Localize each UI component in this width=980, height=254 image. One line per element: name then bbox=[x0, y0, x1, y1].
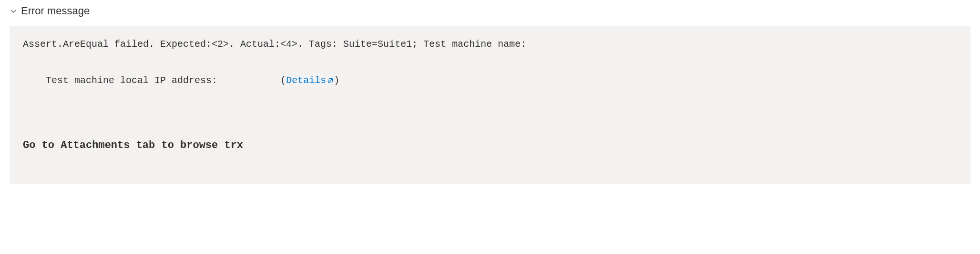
details-link[interactable]: Details bbox=[286, 75, 334, 86]
section-title: Error message bbox=[21, 5, 90, 17]
error-message-header[interactable]: Error message bbox=[10, 5, 970, 26]
error-text-line1: Assert.AreEqual failed. Expected:<2>. Ac… bbox=[23, 35, 957, 53]
details-paren-open: ( bbox=[280, 75, 286, 86]
chevron-down-icon bbox=[10, 7, 17, 15]
error-message-panel: Assert.AreEqual failed. Expected:<2>. Ac… bbox=[10, 26, 970, 184]
details-paren-close: ) bbox=[334, 75, 339, 86]
error-text-line2-prefix: Test machine local IP address: bbox=[46, 75, 280, 86]
error-text-line2: Test machine local IP address: (Details) bbox=[23, 53, 957, 108]
external-link-icon bbox=[327, 77, 334, 84]
details-link-label: Details bbox=[286, 75, 326, 86]
attachments-hint: Go to Attachments tab to browse trx bbox=[23, 136, 957, 156]
